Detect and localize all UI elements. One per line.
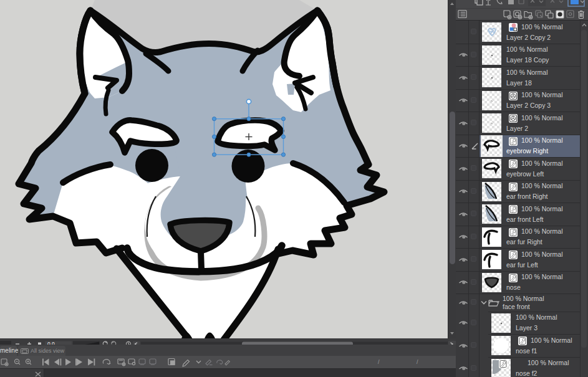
svg-text:/: /: [417, 359, 418, 365]
svg-text:/: /: [378, 359, 380, 365]
